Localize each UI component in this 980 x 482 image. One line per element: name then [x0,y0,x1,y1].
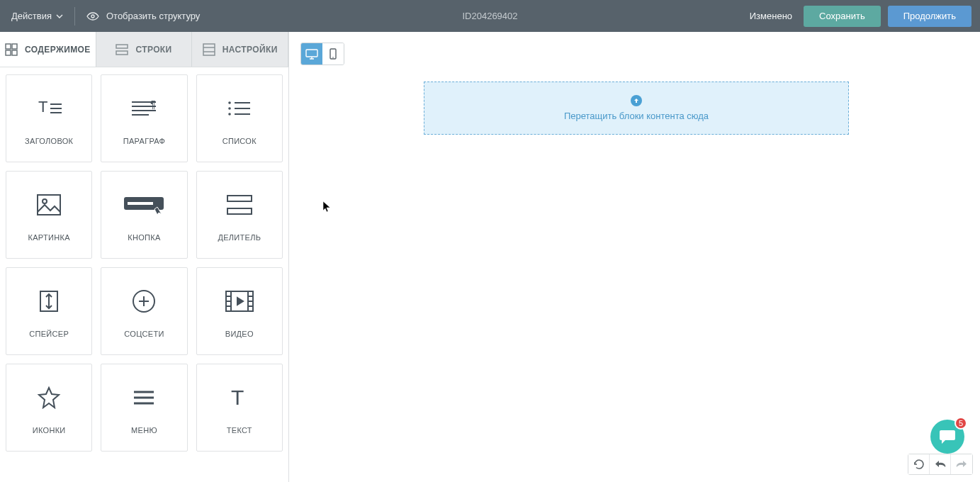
button-block-icon [123,194,164,216]
block-social-label: СОЦСЕТИ [124,330,164,338]
icons-block-icon [37,386,61,409]
block-heading-label: ЗАГОЛОВОК [25,137,73,145]
svg-point-53 [332,57,334,58]
cursor-pointer-icon [322,201,331,213]
block-paragraph[interactable]: ¶ ПАРАГРАФ [101,74,187,162]
tab-content[interactable]: СОДЕРЖИМОЕ [0,32,96,67]
svg-rect-4 [12,50,17,55]
block-image[interactable]: КАРТИНКА [6,171,92,259]
block-icons[interactable]: ИКОНКИ [6,364,92,452]
svg-point-23 [228,113,231,116]
block-text-label: ТЕКСТ [227,426,252,435]
block-text[interactable]: T ТЕКСТ [196,364,283,452]
document-id: ID204269402 [462,11,517,21]
chat-support-button[interactable]: 5 [930,420,964,454]
undo-icon [935,459,946,469]
block-heading[interactable]: T ЗАГОЛОВОК [6,74,92,162]
social-block-icon [132,289,156,313]
svg-text:T: T [38,98,47,116]
svg-point-26 [43,199,47,203]
redo-icon [956,459,967,469]
undo-button[interactable] [930,454,951,474]
chevron-down-icon [56,14,63,18]
block-icons-label: ИКОНКИ [33,426,66,435]
block-divider[interactable]: ДЕЛИТЕЛЬ [196,171,283,259]
block-social[interactable]: СОЦСЕТИ [101,267,187,355]
toolbar-left-group: Действия Отобразить структуру [0,0,211,32]
svg-rect-28 [128,202,153,205]
upload-arrow-icon [631,95,642,106]
sidebar: СОДЕРЖИМОЕ СТРОКИ НАСТРОЙКИ T ЗАГОЛОВОК … [0,32,289,482]
tab-rows-label: СТРОКИ [135,45,171,55]
block-video[interactable]: ВИДЕО [196,267,283,355]
svg-rect-30 [227,208,252,214]
svg-rect-29 [227,196,252,201]
redo-button[interactable] [951,454,972,474]
status-changed-label: Изменено [750,11,792,21]
block-button-label: КНОПКА [128,233,160,242]
svg-rect-2 [12,44,17,49]
tab-rows[interactable]: СТРОКИ [96,32,193,67]
block-paragraph-label: ПАРАГРАФ [123,137,165,145]
rows-tab-icon [116,43,128,56]
content-block-grid: T ЗАГОЛОВОК ¶ ПАРАГРАФ СПИСОК КАРТИНКА К… [0,67,288,482]
chat-badge: 5 [954,417,967,430]
block-divider-label: ДЕЛИТЕЛЬ [218,233,261,242]
svg-text:¶: ¶ [150,99,156,110]
desktop-preview-button[interactable] [301,43,322,65]
toolbar-right-group: Изменено Сохранить Продолжить [750,6,980,27]
actions-label: Действия [11,11,52,21]
block-menu[interactable]: МЕНЮ [101,364,187,452]
top-toolbar: Действия Отобразить структуру ID20426940… [0,0,980,32]
block-list[interactable]: СПИСОК [196,74,283,162]
history-icon [913,459,925,470]
paragraph-block-icon: ¶ [129,98,159,119]
block-menu-label: МЕНЮ [131,426,157,435]
heading-block-icon: T [33,98,64,119]
text-block-icon: T [229,386,250,409]
content-tab-icon [5,43,18,56]
continue-button[interactable]: Продолжить [888,6,971,27]
mobile-preview-button[interactable] [322,43,344,65]
spacer-block-icon [38,289,60,313]
divider-block-icon [225,194,254,215]
list-block-icon [226,99,253,118]
video-block-icon [225,290,254,313]
image-block-icon [36,194,62,216]
block-spacer-label: СПЕЙСЕР [29,330,69,338]
history-toolbar [908,454,973,475]
svg-rect-49 [306,50,317,57]
svg-rect-5 [116,45,128,48]
tab-settings[interactable]: НАСТРОЙКИ [192,32,288,67]
svg-point-0 [91,15,94,18]
block-spacer[interactable]: СПЕЙСЕР [6,267,92,355]
show-structure-toggle[interactable]: Отобразить структуру [75,11,211,21]
editor-canvas: Перетащить блоки контента сюда 5 [289,32,980,482]
block-image-label: КАРТИНКА [28,233,70,242]
svg-rect-7 [203,44,215,55]
svg-rect-3 [6,50,11,55]
svg-rect-6 [116,51,128,55]
tab-content-label: СОДЕРЖИМОЕ [25,45,91,55]
menu-block-icon [132,389,156,406]
chat-icon [939,429,956,444]
sidebar-tabs: СОДЕРЖИМОЕ СТРОКИ НАСТРОЙКИ [0,32,288,67]
svg-point-21 [228,107,231,110]
block-video-label: ВИДЕО [225,330,254,338]
svg-rect-1 [6,44,11,49]
tab-settings-label: НАСТРОЙКИ [223,45,278,55]
svg-text:T: T [231,386,244,409]
dropzone-label: Перетащить блоки контента сюда [564,111,709,121]
block-list-label: СПИСОК [223,137,257,145]
content-dropzone[interactable]: Перетащить блоки контента сюда [424,82,849,135]
settings-tab-icon [203,43,215,56]
save-button[interactable]: Сохранить [804,6,881,27]
show-structure-label: Отобразить структуру [106,11,200,21]
history-button[interactable] [908,454,930,474]
desktop-icon [305,49,318,60]
device-preview-switch [300,43,344,65]
mobile-icon [330,48,337,60]
svg-rect-25 [38,195,60,215]
block-button[interactable]: КНОПКА [101,171,187,259]
actions-dropdown[interactable]: Действия [0,0,74,32]
